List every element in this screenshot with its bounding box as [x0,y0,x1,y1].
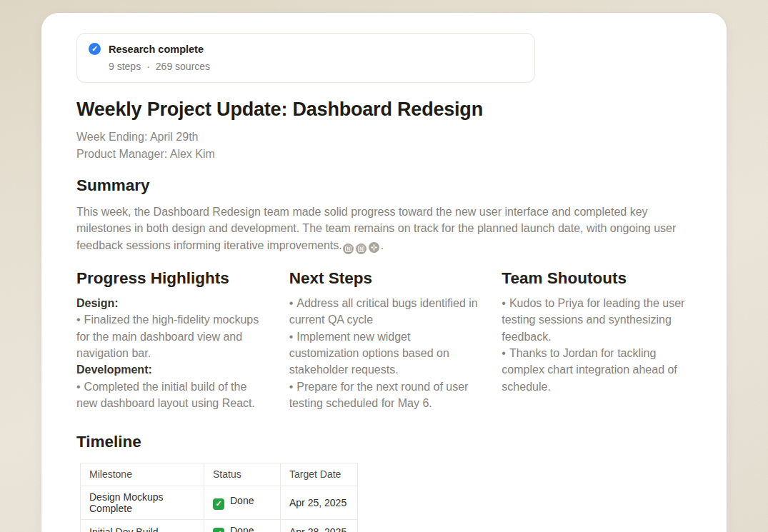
doc-meta: Week Ending: April 29th Product Manager:… [76,129,693,162]
date-cell: Apr 28, 2025 [281,519,358,532]
done-checkbox-icon: ✓ [213,498,224,510]
status-header: Status [204,463,281,486]
check-circle-icon: ✓ [89,43,101,55]
slack-glyph [371,244,377,251]
design-label: Design: [76,295,268,311]
research-meta: 9 steps · 269 sources [109,61,523,72]
table-header-row: Milestone Status Target Date [81,463,358,486]
slack-source-icon[interactable] [369,242,379,253]
bullet-item: •Prepare for the next round of user test… [289,378,481,412]
done-checkbox-icon: ✓ [213,528,224,532]
week-ending-line: Week Ending: April 29th [76,129,693,146]
bullet-item: •Thanks to Jordan for tackling complex c… [502,345,693,395]
summary-paragraph: This week, the Dashboard Redesign team m… [76,204,693,254]
table-row: Initial Dev Build ✓Done Apr 28, 2025 [81,519,358,532]
bullet-item: •Implement new widget customization opti… [289,328,481,378]
notion-source-icon[interactable]: N [356,244,366,254]
product-manager-line: Product Manager: Alex Kim [76,146,693,163]
sources-count[interactable]: 269 sources [156,61,210,72]
research-status-card[interactable]: ✓ Research complete 9 steps · 269 source… [76,33,535,83]
date-cell: Apr 25, 2025 [281,486,358,519]
progress-highlights-heading: Progress Highlights [76,268,268,288]
research-status-label: Research complete [109,44,204,55]
milestone-cell: Design Mockups Complete [81,486,204,519]
summary-period: . [381,239,384,251]
status-cell: ✓Done [204,486,281,519]
page-title: Weekly Project Update: Dashboard Redesig… [76,99,693,120]
timeline-heading: Timeline [76,432,693,451]
document-card: ✓ Research complete 9 steps · 269 source… [41,13,727,532]
timeline-section: Timeline Milestone Status Target Date De… [76,432,693,532]
three-column-section: Progress Highlights Design: •Finalized t… [76,268,693,412]
progress-highlights-column: Progress Highlights Design: •Finalized t… [76,268,268,412]
bullet-item: •Address all critical bugs identified in… [289,295,481,328]
notion-source-icon[interactable]: N [343,244,354,254]
dot-separator: · [146,61,150,72]
summary-heading: Summary [76,176,693,195]
bullet-item: •Kudos to Priya for leading the user tes… [502,295,693,345]
team-shoutouts-column: Team Shoutouts •Kudos to Priya for leadi… [502,268,693,412]
team-shoutouts-heading: Team Shoutouts [502,268,693,288]
bullet-item: •Finalized the high-fidelity mockups for… [76,311,268,361]
milestone-cell: Initial Dev Build [81,519,204,532]
target-date-header: Target Date [281,463,358,486]
timeline-table: Milestone Status Target Date Design Mock… [80,463,358,532]
status-cell: ✓Done [204,519,281,532]
milestone-header: Milestone [81,463,204,486]
development-label: Development: [76,361,268,378]
bullet-item: •Completed the initial build of the new … [76,378,268,412]
next-steps-column: Next Steps •Address all critical bugs id… [289,268,481,412]
steps-count: 9 steps [109,61,141,72]
next-steps-heading: Next Steps [289,268,481,288]
table-row: Design Mockups Complete ✓Done Apr 25, 20… [81,486,358,519]
summary-section: Summary This week, the Dashboard Redesig… [76,176,693,254]
